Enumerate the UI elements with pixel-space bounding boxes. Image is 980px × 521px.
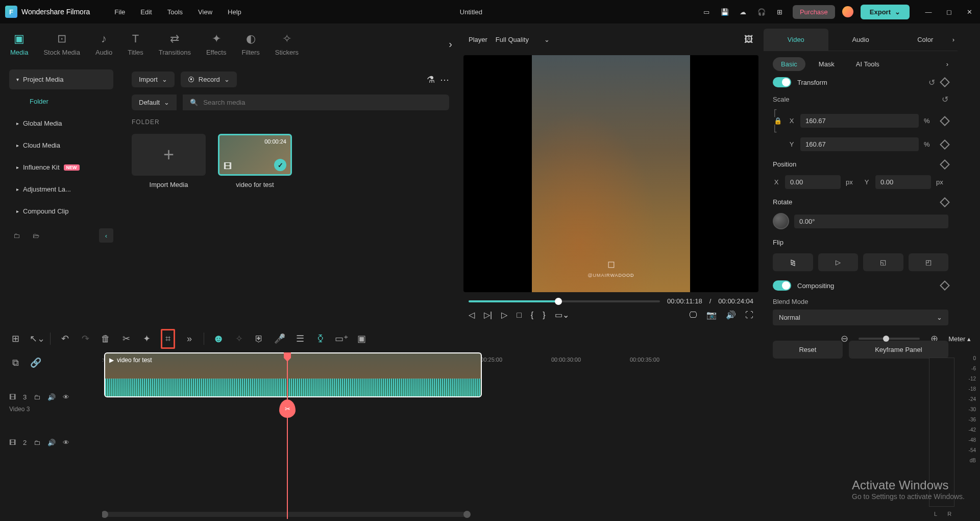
tab-filters[interactable]: ◐Filters: [241, 32, 259, 56]
keyframe-diamond-icon[interactable]: [940, 197, 950, 207]
import-media-tile[interactable]: + Import Media: [132, 134, 206, 188]
keyframe-diamond-icon[interactable]: [940, 77, 950, 87]
grid-icon[interactable]: ⊞: [9, 333, 21, 344]
media-clip[interactable]: 00:00:24 🎞 ✓ video for test: [218, 134, 292, 188]
compositing-toggle[interactable]: [773, 280, 791, 291]
mark-out-icon[interactable]: }: [543, 311, 545, 320]
scale-y-input[interactable]: 160.67: [800, 137, 919, 151]
menu-view[interactable]: View: [198, 8, 212, 16]
next-frame-icon[interactable]: ▷|: [484, 310, 492, 320]
stop-icon[interactable]: □: [517, 311, 522, 320]
snapshot-icon[interactable]: 🖼: [744, 34, 753, 45]
tab-color[interactable]: Color: [893, 29, 958, 51]
folder-icon[interactable]: 🗁: [29, 228, 43, 243]
rotate-input[interactable]: 0.00°: [794, 215, 948, 228]
tabs-next-icon[interactable]: ›: [952, 36, 954, 43]
progress-slider[interactable]: [469, 300, 660, 302]
menu-tools[interactable]: Tools: [167, 8, 183, 16]
mute-icon[interactable]: 🔊: [47, 393, 56, 401]
close-icon[interactable]: ✕: [964, 6, 975, 17]
keyframe-diamond-icon[interactable]: [940, 280, 950, 291]
sidebar-compound-clip[interactable]: ▸Compound Clip: [9, 201, 113, 221]
sidebar-influence-kit[interactable]: ▸Influence KitNEW: [9, 157, 113, 177]
tabs-next-icon[interactable]: ›: [449, 38, 452, 50]
menu-file[interactable]: File: [114, 8, 125, 16]
subtab-ai-tools[interactable]: AI Tools: [848, 57, 888, 71]
export-button[interactable]: Export⌄: [861, 5, 910, 19]
collapse-sidebar-icon[interactable]: ‹: [99, 228, 113, 243]
timeline-clip[interactable]: ▶video for test: [104, 352, 482, 397]
filter-icon[interactable]: ⚗: [427, 74, 435, 85]
minimize-icon[interactable]: —: [923, 6, 934, 17]
tab-transitions[interactable]: ⇄Transitions: [159, 32, 191, 56]
cut-icon[interactable]: ✂: [120, 333, 132, 344]
play-icon[interactable]: ▷: [501, 310, 507, 320]
flip-vertical-button[interactable]: ▷: [818, 253, 859, 271]
mark-in-icon[interactable]: {: [531, 311, 533, 320]
rotate-dial[interactable]: [773, 213, 789, 229]
visibility-icon[interactable]: 👁: [63, 393, 69, 401]
mute-icon[interactable]: 🔊: [47, 439, 56, 446]
sidebar-global-media[interactable]: ▸Global Media: [9, 113, 113, 133]
marker-icon[interactable]: ▭⌄: [555, 310, 569, 320]
more-icon[interactable]: ⋯: [440, 74, 449, 85]
link-icon[interactable]: 🔗: [30, 357, 42, 368]
transform-toggle[interactable]: [773, 77, 791, 87]
quality-dropdown[interactable]: Full Quality⌄: [496, 36, 550, 43]
position-y-input[interactable]: 0.00: [875, 175, 931, 189]
search-input[interactable]: 🔍: [183, 94, 449, 110]
display-icon[interactable]: 🖵: [689, 311, 697, 320]
magnet-icon[interactable]: ⧲: [314, 332, 327, 345]
tab-video[interactable]: Video: [764, 29, 828, 51]
folder-icon[interactable]: 🗀: [34, 393, 40, 401]
track-header-2[interactable]: 🎞2 🗀 🔊 👁: [0, 431, 102, 454]
blend-mode-select[interactable]: Normal⌄: [773, 310, 948, 325]
preview-viewport[interactable]: ◻ @UMAIRWADOOD: [463, 55, 758, 292]
save-icon[interactable]: 💾: [719, 6, 730, 17]
crop-button[interactable]: ⌗: [161, 329, 175, 349]
new-folder-icon[interactable]: 🗀: [9, 228, 23, 243]
visibility-icon[interactable]: 👁: [63, 439, 69, 446]
playhead[interactable]: ✂: [287, 352, 288, 519]
tab-titles[interactable]: TTitles: [128, 32, 143, 56]
reset-icon[interactable]: ↺: [942, 94, 948, 104]
subtab-basic[interactable]: Basic: [773, 57, 805, 71]
sidebar-folder[interactable]: Folder: [9, 91, 113, 111]
maximize-icon[interactable]: ◻: [943, 6, 954, 17]
tab-stickers[interactable]: ✧Stickers: [275, 32, 299, 56]
tab-media[interactable]: ▣Media: [10, 32, 28, 56]
sort-dropdown[interactable]: Default⌄: [132, 94, 177, 110]
purchase-button[interactable]: Purchase: [793, 5, 835, 19]
volume-icon[interactable]: 🔊: [726, 310, 736, 320]
more-tools-icon[interactable]: »: [183, 334, 195, 344]
redo-icon[interactable]: ↷: [79, 333, 91, 344]
fit-icon[interactable]: ▣: [355, 333, 368, 344]
scale-x-input[interactable]: 160.67: [800, 114, 919, 128]
rotate-ccw-button[interactable]: ◰: [909, 253, 949, 271]
delete-icon[interactable]: 🗑: [100, 334, 112, 344]
record-button[interactable]: ⦿Record⌄: [181, 72, 237, 87]
keyframe-diamond-icon[interactable]: [940, 159, 950, 170]
camera-icon[interactable]: 📷: [706, 310, 717, 320]
prev-frame-icon[interactable]: ◁: [469, 310, 475, 320]
sidebar-cloud-media[interactable]: ▸Cloud Media: [9, 135, 113, 155]
timeline-scrollbar[interactable]: [102, 512, 470, 517]
menu-edit[interactable]: Edit: [140, 8, 152, 16]
sparkle-icon[interactable]: ✧: [233, 333, 245, 344]
keyframe-diamond-icon[interactable]: [940, 116, 950, 126]
keyframe-diamond-icon[interactable]: [940, 139, 950, 150]
user-avatar[interactable]: [842, 6, 853, 17]
import-button[interactable]: Import⌄: [132, 72, 175, 87]
position-x-input[interactable]: 0.00: [785, 175, 841, 189]
tab-audio[interactable]: ♪Audio: [95, 32, 112, 56]
track-header-video3[interactable]: 🎞3 🗀 🔊 👁: [0, 373, 102, 421]
list-icon[interactable]: ☰: [294, 333, 306, 344]
cursor-icon[interactable]: ↖⌄: [30, 333, 42, 344]
apps-icon[interactable]: ⊞: [774, 6, 786, 17]
marker-add-icon[interactable]: ▭⁺: [335, 333, 347, 344]
zoom-slider[interactable]: [859, 338, 920, 340]
subtab-mask[interactable]: Mask: [811, 57, 843, 71]
tab-stock-media[interactable]: ⊡Stock Media: [43, 32, 80, 56]
flip-horizontal-button[interactable]: ⧎: [773, 253, 813, 271]
subtabs-next-icon[interactable]: ›: [946, 60, 948, 68]
